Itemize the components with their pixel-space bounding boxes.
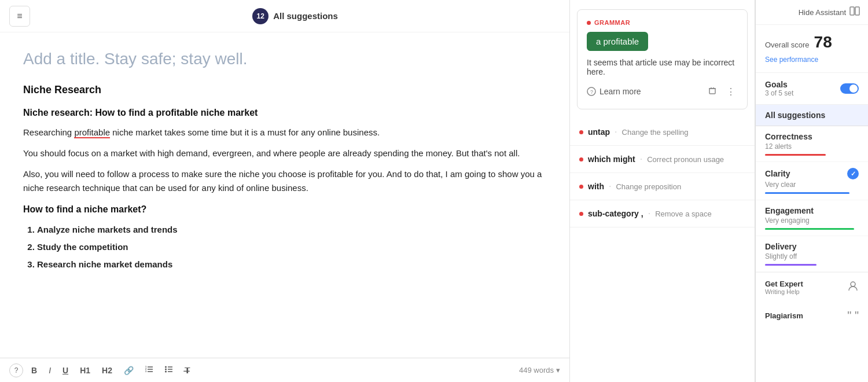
suggestion-action: Remove a space xyxy=(655,210,712,218)
correctness-label: Correctness xyxy=(765,132,859,141)
doc-subheading-2: How to find a niche market? xyxy=(23,202,546,217)
grammar-card: GRAMMAR a profitable It seems that artic… xyxy=(577,9,748,109)
doc-heading-1: Niche Research xyxy=(23,82,546,98)
plagiarism-section[interactable]: Plagiarism " " xyxy=(756,302,868,329)
unordered-list-button[interactable] xyxy=(161,363,176,377)
word-count-chevron: ▾ xyxy=(556,366,560,374)
clarity-check-icon: ✓ xyxy=(847,168,859,179)
suggestion-action: Correct pronoun usage xyxy=(647,155,724,164)
grammar-footer: ? Learn more ⋮ xyxy=(587,83,738,100)
goals-section[interactable]: Goals 3 of 5 set xyxy=(756,73,868,105)
delete-suggestion-button[interactable] xyxy=(705,83,719,100)
delivery-label: Delivery xyxy=(765,242,859,251)
more-options-button[interactable]: ⋮ xyxy=(724,83,738,100)
delivery-metric[interactable]: Delivery Slightly off xyxy=(756,236,868,272)
editor-topbar: ≡ 12 All suggestions xyxy=(0,0,569,32)
ordered-list-button[interactable]: 123 xyxy=(142,363,157,377)
goals-count: 3 of 5 set xyxy=(765,89,793,97)
goals-info: Goals 3 of 5 set xyxy=(765,80,793,97)
svg-text:?: ? xyxy=(590,89,593,95)
suggestion-word: which might xyxy=(588,155,635,164)
suggestion-word: untap xyxy=(588,127,610,137)
engagement-label: Engagement xyxy=(765,206,859,215)
grammar-suggestion-button[interactable]: a profitable xyxy=(587,32,648,51)
underline-button[interactable]: U xyxy=(59,363,72,377)
clarity-bar xyxy=(765,192,849,194)
all-suggestions-tab[interactable]: All suggestions xyxy=(756,105,868,126)
panel-columns-icon xyxy=(849,6,860,19)
svg-rect-18 xyxy=(850,7,854,15)
learn-more-button[interactable]: ? Learn more xyxy=(587,87,641,96)
suggestion-item-2[interactable]: with · Change preposition xyxy=(570,173,755,200)
overall-score-label: Overall score xyxy=(765,41,810,49)
help-icon[interactable]: ? xyxy=(9,363,23,377)
score-section: Overall score 78 See performance xyxy=(756,25,868,73)
suggestion-word: with xyxy=(588,182,604,191)
list-item: Analyze niche markets and trends xyxy=(37,223,546,237)
menu-icon-button[interactable]: ≡ xyxy=(9,6,30,27)
correctness-value: 12 alerts xyxy=(765,142,859,150)
expert-sublabel: Writing Help xyxy=(765,288,803,295)
doc-para-1: Researching profitable niche market take… xyxy=(23,126,546,139)
plagiarism-quote-icon: " " xyxy=(847,309,859,322)
suggestion-dot xyxy=(579,130,583,134)
suggestion-item-0[interactable]: untap · Change the spelling xyxy=(570,119,755,146)
editor-area: ≡ 12 All suggestions Add a title. Stay s… xyxy=(0,0,570,382)
correctness-metric[interactable]: Correctness 12 alerts xyxy=(756,126,868,162)
delivery-bar xyxy=(765,264,816,266)
suggestion-item-1[interactable]: which might · Correct pronoun usage xyxy=(570,146,755,173)
expert-writing-section[interactable]: Get Expert Writing Help xyxy=(756,272,868,302)
right-panel-header: Hide Assistant xyxy=(756,0,868,25)
word-count: 449 words ▾ xyxy=(519,366,560,374)
grammar-actions: ⋮ xyxy=(705,83,738,100)
expert-info: Get Expert Writing Help xyxy=(765,280,803,295)
suggestion-item-3[interactable]: sub-category , · Remove a space xyxy=(570,200,755,227)
menu-icon: ≡ xyxy=(17,11,22,21)
list-item: Study the competition xyxy=(37,240,546,254)
right-panel: Hide Assistant Overall score 78 See perf… xyxy=(755,0,868,382)
h2-button[interactable]: H2 xyxy=(98,363,116,377)
svg-rect-19 xyxy=(855,7,859,15)
suggestions-badge-area: 12 All suggestions xyxy=(252,8,338,24)
doc-para-2: You should focus on a market with high d… xyxy=(23,146,546,160)
suggestion-dot xyxy=(579,212,583,216)
goals-toggle[interactable] xyxy=(840,83,859,94)
plagiarism-label: Plagiarism xyxy=(765,311,803,320)
svg-rect-14 xyxy=(709,89,715,94)
see-performance-button[interactable]: See performance xyxy=(765,56,818,64)
editor-title-placeholder: Add a title. Stay safe; stay well. xyxy=(23,46,546,72)
svg-point-6 xyxy=(165,366,167,368)
overall-score-row: Overall score 78 xyxy=(765,33,859,52)
grammar-dot xyxy=(587,21,591,25)
suggestion-action: Change preposition xyxy=(616,182,681,191)
svg-text:3: 3 xyxy=(145,370,147,373)
hide-assistant-button[interactable]: Hide Assistant xyxy=(799,6,860,19)
suggestion-word: sub-category , xyxy=(588,209,643,218)
italic-button[interactable]: I xyxy=(45,363,54,377)
link-button[interactable]: 🔗 xyxy=(120,363,137,377)
bold-button[interactable]: B xyxy=(28,363,41,377)
clarity-label: Clarity ✓ xyxy=(765,168,859,179)
delivery-value: Slightly off xyxy=(765,252,859,260)
overall-score-value: 78 xyxy=(814,33,832,52)
doc-ordered-list: Analyze niche markets and trends Study t… xyxy=(37,223,546,271)
editor-toolbar: ? B I U H1 H2 🔗 123 T̶ 449 words ▾ xyxy=(0,358,569,382)
svg-point-7 xyxy=(165,369,167,370)
suggestion-action: Change the spelling xyxy=(622,128,689,137)
clear-format-button[interactable]: T̶ xyxy=(181,363,194,377)
correctness-bar xyxy=(765,154,826,156)
para1-after: niche market takes some time but it is a… xyxy=(110,127,380,137)
svg-point-20 xyxy=(851,282,855,286)
expert-person-icon xyxy=(847,281,859,295)
goals-label: Goals xyxy=(765,80,793,89)
doc-subheading-1: Niche research: How to find a profitable… xyxy=(23,105,546,120)
clarity-metric[interactable]: Clarity ✓ Very clear xyxy=(756,162,868,200)
editor-content[interactable]: Add a title. Stay safe; stay well. Niche… xyxy=(0,32,569,358)
grammar-description: It seems that article use may be incorre… xyxy=(587,58,738,76)
list-item: Research niche market demands xyxy=(37,258,546,271)
suggestions-panel: GRAMMAR a profitable It seems that artic… xyxy=(570,0,755,382)
clarity-value: Very clear xyxy=(765,181,859,189)
h1-button[interactable]: H1 xyxy=(76,363,94,377)
doc-para-3: Also, you will need to follow a process … xyxy=(23,167,546,195)
engagement-metric[interactable]: Engagement Very engaging xyxy=(756,200,868,236)
